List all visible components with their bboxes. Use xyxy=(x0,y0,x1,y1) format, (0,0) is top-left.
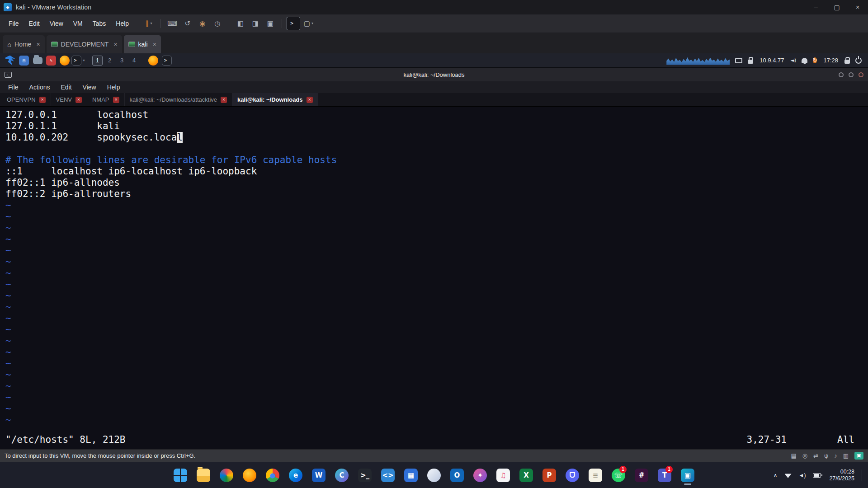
vmware-tab-development[interactable]: DEVELOPMENT× xyxy=(47,35,122,53)
power-pause-button[interactable]: ∥▾ xyxy=(142,17,156,30)
close-button[interactable]: × xyxy=(847,0,868,14)
panel-clock[interactable]: 17:28 xyxy=(820,57,842,64)
terminal-tab-venv[interactable]: VENV× xyxy=(51,93,87,106)
teams-icon[interactable]: T1 xyxy=(655,465,674,486)
tab-close-icon[interactable]: × xyxy=(36,41,40,48)
powerpoint-icon[interactable]: P xyxy=(540,465,559,486)
whatsapp-icon[interactable]: ☏1 xyxy=(609,465,628,486)
vmware-menu-edit[interactable]: Edit xyxy=(24,17,45,30)
kali-menu-button[interactable] xyxy=(4,54,17,67)
usb-icon[interactable]: ψ xyxy=(824,452,828,459)
library-toggle-button[interactable]: ◧ xyxy=(234,17,247,30)
file-explorer-icon[interactable] xyxy=(194,465,213,486)
hidden-icons-chevron[interactable]: ∧ xyxy=(770,466,781,484)
maximize-button[interactable]: ▢ xyxy=(826,0,847,14)
vmware-menu-vm[interactable]: VM xyxy=(68,17,88,30)
chrome-icon[interactable]: ● xyxy=(263,465,282,486)
photos-icon[interactable] xyxy=(217,465,236,486)
discord-icon[interactable]: ᗜ xyxy=(563,465,582,486)
media-player-icon[interactable]: ♫ xyxy=(494,465,513,486)
terminal-content[interactable]: 127.0.0.1 localhost127.0.1.1 kali10.10.0… xyxy=(0,107,868,449)
snapshot-manager-button[interactable]: ◷ xyxy=(211,17,224,30)
terminal-icon[interactable]: >_ xyxy=(355,465,374,486)
firefox-icon[interactable] xyxy=(58,54,71,67)
file-manager-icon[interactable]: ▤ xyxy=(17,54,31,67)
vmware-menu-help[interactable]: Help xyxy=(111,17,134,30)
word-icon[interactable]: W xyxy=(309,465,328,486)
edge-icon[interactable]: e xyxy=(286,465,305,486)
terminal-tab-openvpn[interactable]: OPENVPN× xyxy=(2,93,51,106)
vmware-menu-file[interactable]: File xyxy=(4,17,24,30)
sound-icon[interactable]: ♪ xyxy=(834,452,837,459)
tab-close-icon[interactable]: × xyxy=(113,41,117,48)
terminal-close-button[interactable] xyxy=(859,72,863,77)
terminal-task-icon[interactable]: >_ xyxy=(160,54,174,67)
vmware-icon[interactable]: ▣ xyxy=(678,465,697,486)
wifi-icon[interactable] xyxy=(781,466,795,484)
folder-icon[interactable] xyxy=(31,54,44,67)
excel-icon[interactable]: X xyxy=(517,465,536,486)
notes-icon[interactable]: ≡ xyxy=(586,465,605,486)
tab-close-icon[interactable]: × xyxy=(153,41,156,48)
paint-icon[interactable]: ✦ xyxy=(471,465,490,486)
terminal-tab-kali-kali-downloads[interactable]: kali@kali: ~/Downloads× xyxy=(232,93,318,106)
notifications-icon[interactable] xyxy=(799,54,810,67)
thumbnail-bar-toggle-button[interactable]: ◨ xyxy=(249,17,262,30)
unity-view-button[interactable]: ▣ xyxy=(264,17,277,30)
vmware-tab-home[interactable]: ⌂Home× xyxy=(3,35,45,53)
tab-close-icon[interactable]: × xyxy=(75,97,82,103)
take-snapshot-button[interactable]: ◉ xyxy=(196,17,209,30)
text-editor-icon[interactable]: ✎ xyxy=(44,54,58,67)
terminal-minimize-button[interactable] xyxy=(839,72,844,77)
cdrom-icon[interactable]: ◎ xyxy=(802,452,807,459)
store-icon[interactable]: ▦ xyxy=(401,465,420,486)
screen-lock-icon[interactable] xyxy=(842,54,853,67)
volume-icon[interactable]: ◄) xyxy=(788,54,799,67)
volume-icon[interactable]: ◄) xyxy=(795,466,810,484)
workspace-button-1[interactable]: 1 xyxy=(92,56,103,66)
vmware-menu-view[interactable]: View xyxy=(45,17,68,30)
terminal-menu-edit[interactable]: Edit xyxy=(55,82,77,92)
start-button[interactable] xyxy=(171,465,190,486)
firefox-task-icon[interactable] xyxy=(146,54,160,67)
vmware-menu-tabs[interactable]: Tabs xyxy=(88,17,111,30)
terminal-menu-actions[interactable]: Actions xyxy=(24,82,56,92)
workspace-button-3[interactable]: 3 xyxy=(117,56,127,66)
chat-icon[interactable]: ▣ xyxy=(854,452,863,460)
workspace-button-2[interactable]: 2 xyxy=(104,56,115,66)
vmware-tab-kali[interactable]: kali× xyxy=(124,35,161,53)
update-icon[interactable]: ↻ xyxy=(810,54,820,67)
minimize-button[interactable]: – xyxy=(806,0,826,14)
workspace-button-4[interactable]: 4 xyxy=(129,56,139,66)
display-icon[interactable] xyxy=(732,54,745,67)
canva-icon[interactable]: C xyxy=(332,465,351,486)
network-adapter-icon[interactable]: ⇄ xyxy=(813,452,818,459)
vpn-lock-icon[interactable] xyxy=(745,54,756,67)
battery-icon[interactable] xyxy=(809,466,825,484)
vscode-icon[interactable]: <> xyxy=(378,465,397,486)
terminal-icon[interactable]: >_▾ xyxy=(71,54,85,67)
terminal-menu-help[interactable]: Help xyxy=(102,82,126,92)
terminal-tab-kali-kali-downloads-attacktive[interactable]: kali@kali: ~/Downloads/attacktive× xyxy=(125,93,232,106)
firefox-icon[interactable] xyxy=(240,465,259,486)
hdd-icon[interactable]: ▤ xyxy=(791,452,796,459)
terminal-titlebar[interactable]: >_ kali@kali: ~/Downloads xyxy=(0,68,868,81)
tab-close-icon[interactable]: × xyxy=(221,97,227,103)
terminal-menu-file[interactable]: File xyxy=(3,82,24,92)
terminal-menu-view[interactable]: View xyxy=(77,82,102,92)
slack-icon[interactable]: # xyxy=(632,465,651,486)
terminal-tab-nmap[interactable]: NMAP× xyxy=(87,93,125,106)
taskbar-clock[interactable]: 00:28 27/6/2025 xyxy=(829,469,854,482)
power-icon[interactable] xyxy=(853,54,864,67)
fullscreen-button[interactable]: ▢▾ xyxy=(302,17,316,30)
tab-close-icon[interactable]: × xyxy=(113,97,119,103)
console-view-button[interactable]: >_ xyxy=(287,17,300,30)
terminal-maximize-button[interactable] xyxy=(849,72,854,77)
tab-close-icon[interactable]: × xyxy=(39,97,46,103)
copilot-icon[interactable] xyxy=(425,465,443,486)
cpu-graph[interactable] xyxy=(664,54,732,67)
show-desktop-button[interactable] xyxy=(862,469,864,481)
printer-icon[interactable]: ▥ xyxy=(843,452,849,459)
outlook-icon[interactable]: O xyxy=(448,465,467,486)
tab-close-icon[interactable]: × xyxy=(307,97,313,103)
